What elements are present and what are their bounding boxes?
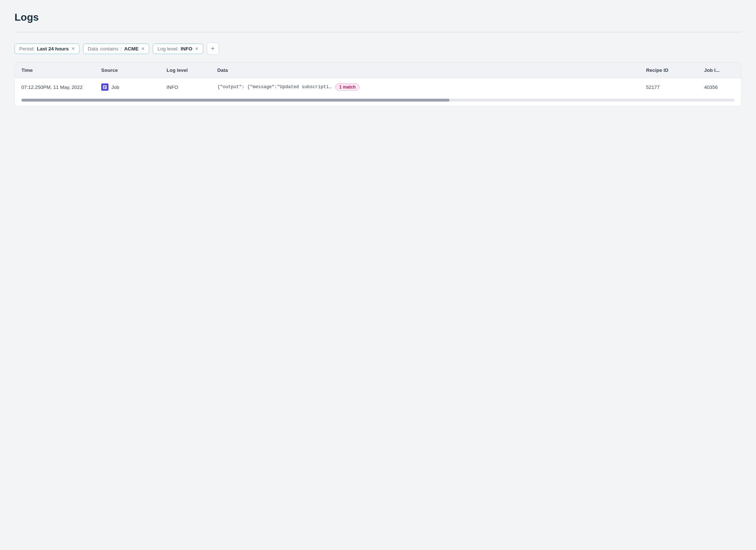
- data-filter-label: Data: [88, 46, 98, 52]
- cell-time: 07:12.250PM, 11 May, 2022: [15, 78, 95, 96]
- match-badge[interactable]: 1 match: [335, 83, 359, 91]
- loglevel-filter-label: Log level:: [157, 46, 178, 52]
- data-filter-colon: :: [121, 46, 122, 52]
- svg-rect-1: [104, 86, 106, 87]
- period-filter-close[interactable]: ×: [72, 46, 75, 51]
- col-header-jobid: Job I...: [698, 62, 741, 78]
- data-filter-value: ACME: [124, 46, 139, 52]
- cell-loglevel: INFO: [160, 78, 211, 96]
- logs-table-wrapper: Time Source Log level Data Recipe ID Job…: [15, 62, 741, 106]
- data-filter-chip[interactable]: Data contains : ACME ×: [83, 44, 149, 54]
- divider: [15, 32, 741, 32]
- col-header-recipeid: Recipe ID: [640, 62, 698, 78]
- col-header-time: Time: [15, 62, 95, 78]
- table-row[interactable]: 07:12.250PM, 11 May, 2022JobINFO{"output…: [15, 78, 741, 96]
- data-filter-operator: contains: [100, 46, 118, 52]
- data-text: {"output": {"message":"Updated subscript…: [217, 85, 332, 90]
- period-filter-label: Period:: [19, 46, 35, 52]
- period-filter-value: Last 24 hours: [37, 46, 69, 52]
- data-filter-close[interactable]: ×: [141, 46, 144, 51]
- filters-row: Period: Last 24 hours × Data contains : …: [15, 42, 741, 55]
- scrollbar-track: [21, 99, 735, 102]
- table-header-row: Time Source Log level Data Recipe ID Job…: [15, 62, 741, 78]
- svg-rect-3: [104, 88, 105, 89]
- period-filter-chip[interactable]: Period: Last 24 hours ×: [15, 44, 79, 54]
- cell-data: {"output": {"message":"Updated subscript…: [211, 78, 640, 96]
- horizontal-scrollbar[interactable]: [15, 96, 741, 106]
- cell-jobid: 40356: [698, 78, 741, 96]
- loglevel-filter-close[interactable]: ×: [195, 46, 198, 51]
- cell-source: Job: [95, 78, 160, 96]
- cell-recipeid: 52177: [640, 78, 698, 96]
- source-label: Job: [111, 85, 119, 90]
- loglevel-filter-chip[interactable]: Log level: INFO ×: [153, 44, 203, 54]
- job-source-icon: [101, 83, 108, 91]
- svg-rect-2: [104, 87, 106, 88]
- loglevel-filter-value: INFO: [181, 46, 192, 52]
- scrollbar-thumb: [21, 99, 449, 102]
- col-header-loglevel: Log level: [160, 62, 211, 78]
- col-header-data: Data: [211, 62, 640, 78]
- col-header-source: Source: [95, 62, 160, 78]
- page-title: Logs: [15, 12, 741, 23]
- logs-table: Time Source Log level Data Recipe ID Job…: [15, 62, 741, 96]
- add-filter-button[interactable]: +: [207, 42, 219, 55]
